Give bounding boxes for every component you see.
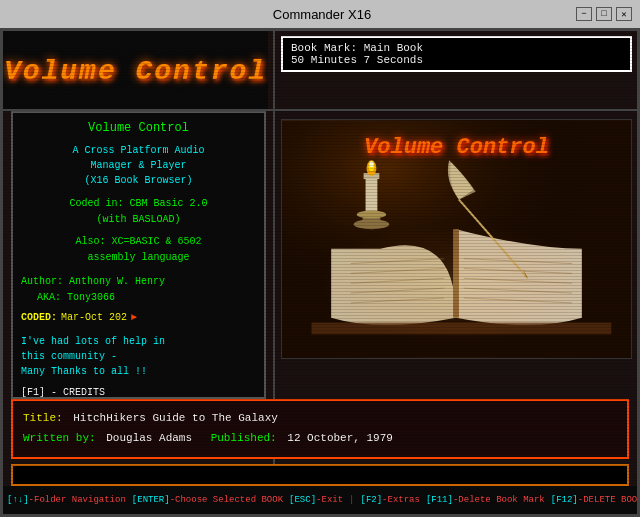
credits-hint[interactable]: [F1] - CREDITS	[21, 387, 256, 398]
published-label: Published:	[211, 432, 277, 444]
nav-delete-book[interactable]: [F12]-DELETE BOOK	[551, 495, 640, 505]
nav-extras-key: [F2]	[361, 495, 383, 505]
nav-extras-label: -Extras	[382, 495, 420, 505]
bookmark-time: 50 Minutes 7 Seconds	[291, 54, 622, 66]
nav-sep1: |	[349, 495, 354, 505]
close-button[interactable]: ✕	[616, 7, 632, 21]
arrow-icon: ►	[131, 310, 137, 326]
title-value: HitchHikers Guide to The Galaxy	[73, 412, 278, 424]
panel-desc: A Cross Platform Audio Manager & Player …	[21, 143, 256, 188]
written-value: Douglas Adams	[106, 432, 192, 444]
nav-folder-key: [↑↓]	[7, 495, 29, 505]
book-image-inner: Volume Control	[282, 120, 631, 358]
svg-point-6	[369, 161, 373, 167]
nav-exit[interactable]: [ESC]-Exit	[289, 495, 343, 505]
thanks-line1: I've had lots of help in	[21, 336, 165, 347]
nav-folder-label: -Folder Navigation	[29, 495, 126, 505]
thanks-section: I've had lots of help in this community …	[21, 334, 256, 379]
bookmark-title: Book Mark: Main Book	[291, 42, 622, 54]
window-title: Commander X16	[68, 7, 576, 22]
coded-in-value: CBM Basic 2.0	[130, 198, 208, 209]
title-label: Title:	[23, 412, 63, 424]
panel-title: Volume Control	[21, 121, 256, 135]
nav-folder[interactable]: [↑↓]-Folder Navigation	[7, 495, 126, 505]
title-bar: Commander X16 − □ ✕	[0, 0, 640, 28]
coded-in-label: Coded in:	[69, 198, 123, 209]
written-label: Written by:	[23, 432, 96, 444]
window-controls[interactable]: − □ ✕	[576, 7, 632, 21]
thanks-line2: this community -	[21, 351, 117, 362]
main-window: Volume Control Book Mark: Main Book 50 M…	[0, 28, 640, 517]
aka-value: Tony3066	[67, 292, 115, 303]
nav-del-book-key: [F12]	[551, 495, 578, 505]
nav-del-book-label: -DELETE BOOK	[578, 495, 640, 505]
bookmark-book: Main Book	[364, 42, 423, 54]
also-section: Also: XC=BASIC & 6502 assembly language	[21, 234, 256, 266]
info-panel: Volume Control A Cross Platform Audio Ma…	[11, 111, 266, 399]
bookmark-label: Book Mark:	[291, 42, 357, 54]
desc-text: A Cross Platform Audio Manager & Player …	[72, 145, 204, 186]
nav-choose[interactable]: [ENTER]-Choose Selected BOOK	[132, 495, 283, 505]
svg-point-23	[318, 224, 593, 342]
bookmark-area: Book Mark: Main Book 50 Minutes 7 Second…	[281, 36, 632, 72]
nav-choose-key: [ENTER]	[132, 495, 170, 505]
nav-extras[interactable]: [F2]-Extras	[361, 495, 420, 505]
app-logo: Volume Control	[4, 56, 267, 87]
maximize-button[interactable]: □	[596, 7, 612, 21]
coded-in: Coded in: CBM Basic 2.0 (with BASLOAD)	[21, 196, 256, 228]
book-title-line: Title: HitchHikers Guide to The Galaxy	[23, 409, 617, 429]
bottom-nav: [↑↓]-Folder Navigation [ENTER]-Choose Se…	[3, 486, 637, 514]
aka-label: AKA:	[37, 292, 61, 303]
minimize-button[interactable]: −	[576, 7, 592, 21]
book-info-bar: Title: HitchHikers Guide to The Galaxy W…	[11, 399, 629, 459]
nav-del-bm-label: -Delete Book Mark	[453, 495, 545, 505]
author-section: Author: Anthony W. Henry AKA: Tony3066	[21, 274, 256, 306]
coded-date-label: CODED:	[21, 310, 57, 326]
with-label: (with BASLOAD)	[96, 214, 180, 225]
author-value: Anthony W. Henry	[69, 276, 165, 287]
book-image-area: Volume Control	[281, 119, 632, 359]
also-value: XC=BASIC & 6502 assembly language	[87, 236, 201, 263]
book-image-title: Volume Control	[364, 135, 549, 160]
book-author-line: Written by: Douglas Adams Published: 12 …	[23, 429, 617, 449]
thanks-line3: Many Thanks to all !!	[21, 366, 147, 377]
logo-area: Volume Control	[3, 31, 268, 111]
coded-date: CODED: Mar-Oct 202 ►	[21, 310, 256, 326]
nav-exit-label: -Exit	[316, 495, 343, 505]
input-bar[interactable]	[11, 464, 629, 486]
nav-exit-key: [ESC]	[289, 495, 316, 505]
also-label: Also:	[75, 236, 105, 247]
nav-delete-bookmark[interactable]: [F11]-Delete Book Mark	[426, 495, 545, 505]
published-value: 12 October, 1979	[287, 432, 393, 444]
nav-del-bm-key: [F11]	[426, 495, 453, 505]
coded-date-value: Mar-Oct 202	[61, 310, 127, 326]
svg-point-9	[357, 210, 386, 218]
nav-choose-label: -Choose Selected BOOK	[170, 495, 283, 505]
author-label: Author:	[21, 276, 63, 287]
